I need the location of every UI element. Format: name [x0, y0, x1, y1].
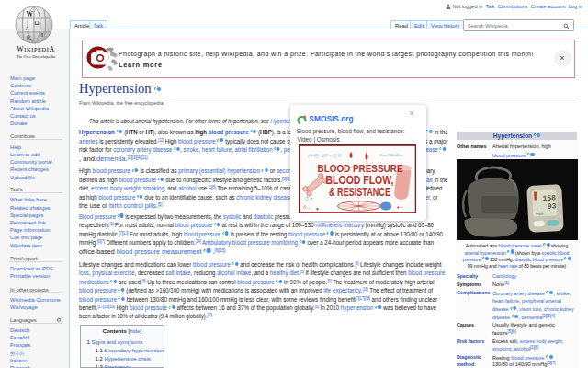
svg-text:ᚠ: ᚠ [39, 11, 41, 16]
svg-text:♥ •: ♥ • [397, 205, 402, 210]
svg-text:И: И [40, 30, 44, 37]
svg-text:W: W [27, 10, 34, 18]
svg-text:Α: Α [26, 25, 30, 30]
svg-text:(A-R)· ΔP = Q·R: (A-R)· ΔP = Q·R [308, 153, 342, 158]
svg-text:♥80: ♥80 [536, 211, 544, 215]
svg-text:♥: ♥ [316, 206, 319, 212]
svg-text:BLOOD PRESSURE: BLOOD PRESSURE [317, 163, 402, 174]
svg-text:Q↗: Q↗ [305, 196, 313, 201]
svg-text:Ω: Ω [35, 18, 40, 26]
svg-text:Λ→: Λ→ [302, 204, 311, 210]
svg-text:& RESISTANCE: & RESISTANCE [329, 186, 390, 199]
svg-text:93: 93 [547, 201, 556, 211]
svg-text:化: 化 [27, 34, 32, 40]
svg-text:How CO₂-Sea: How CO₂-Sea [379, 153, 403, 157]
